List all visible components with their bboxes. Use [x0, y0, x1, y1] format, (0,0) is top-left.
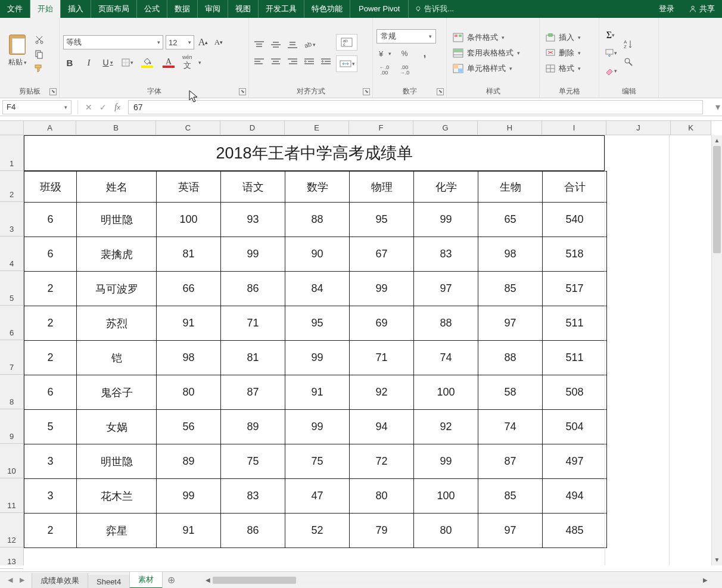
- cell[interactable]: 75: [285, 444, 350, 479]
- align-top-button[interactable]: [253, 39, 266, 51]
- number-format-combo[interactable]: 常规▾: [376, 29, 436, 43]
- cell[interactable]: 65: [478, 203, 543, 237]
- row-header-3[interactable]: 3: [0, 202, 23, 237]
- ribbon-tab-页面布局[interactable]: 页面布局: [91, 0, 137, 18]
- insert-cells-button[interactable]: 插入▾: [543, 31, 583, 44]
- table-header[interactable]: 语文: [221, 172, 285, 203]
- clear-button[interactable]: ▾: [603, 64, 618, 78]
- scroll-right-button[interactable]: ▶: [701, 577, 710, 583]
- row-header-12[interactable]: 12: [0, 513, 23, 547]
- horizontal-scrollbar[interactable]: ◀ ▶: [203, 575, 710, 585]
- comma-button[interactable]: ,: [417, 47, 432, 60]
- cell[interactable]: 6: [24, 203, 77, 237]
- cell[interactable]: 2: [24, 341, 77, 375]
- ribbon-tab-开发工具[interactable]: 开发工具: [259, 0, 304, 18]
- phonetic-button[interactable]: wén文: [182, 54, 192, 71]
- cell[interactable]: 494: [543, 479, 607, 514]
- row-header-4[interactable]: 4: [0, 237, 23, 271]
- dialog-launcher[interactable]: ⬊: [239, 88, 246, 95]
- cell[interactable]: 52: [285, 514, 350, 548]
- cancel-edit-button[interactable]: ✕: [82, 100, 96, 114]
- cell[interactable]: 74: [478, 410, 543, 444]
- cell[interactable]: 83: [414, 237, 478, 272]
- cell[interactable]: 90: [285, 237, 350, 272]
- cell[interactable]: 94: [350, 410, 414, 444]
- merge-button[interactable]: ▾: [336, 55, 357, 72]
- format-cells-button[interactable]: 格式▾: [543, 62, 583, 75]
- col-header-I[interactable]: I: [542, 121, 606, 135]
- cell[interactable]: 511: [543, 341, 607, 375]
- cell[interactable]: 504: [543, 410, 607, 444]
- cell[interactable]: 86: [221, 272, 285, 306]
- bold-button[interactable]: B: [63, 56, 76, 69]
- insert-function-button[interactable]: fx: [110, 100, 125, 114]
- accounting-button[interactable]: ¥▾: [376, 47, 392, 60]
- ribbon-tab-文件[interactable]: 文件: [0, 0, 30, 18]
- cell[interactable]: 99: [285, 410, 350, 444]
- font-name-combo[interactable]: 等线▾: [63, 35, 163, 49]
- login-button[interactable]: 登录: [652, 0, 681, 18]
- sheet-tab-Sheet4[interactable]: Sheet4: [88, 575, 130, 589]
- cell[interactable]: 95: [350, 203, 414, 237]
- cell[interactable]: 91: [285, 375, 350, 410]
- align-bottom-button[interactable]: [286, 39, 299, 51]
- scroll-left-button[interactable]: ◀: [203, 577, 213, 583]
- table-header[interactable]: 数学: [285, 172, 350, 203]
- grow-font-button[interactable]: A▴: [197, 36, 210, 49]
- cell[interactable]: 79: [350, 514, 414, 548]
- ribbon-tab-特色功能[interactable]: 特色功能: [304, 0, 350, 18]
- cut-button[interactable]: [33, 35, 45, 45]
- dialog-launcher[interactable]: ⬊: [437, 88, 444, 95]
- select-all-corner[interactable]: [0, 121, 24, 135]
- cell[interactable]: 74: [414, 341, 478, 375]
- table-header[interactable]: 物理: [350, 172, 414, 203]
- align-middle-button[interactable]: [269, 39, 282, 51]
- row-header-2[interactable]: 2: [0, 171, 23, 202]
- cell[interactable]: 75: [221, 444, 285, 479]
- col-header-K[interactable]: K: [671, 121, 711, 135]
- col-header-A[interactable]: A: [24, 121, 76, 135]
- cell[interactable]: 508: [543, 375, 607, 410]
- cell[interactable]: 71: [350, 341, 414, 375]
- cell[interactable]: 56: [157, 410, 221, 444]
- cell[interactable]: 铠: [77, 341, 157, 375]
- paste-button[interactable]: 粘贴▾: [4, 32, 31, 74]
- cell[interactable]: 91: [157, 514, 221, 548]
- cell[interactable]: 87: [478, 444, 543, 479]
- find-select-button[interactable]: [621, 55, 636, 69]
- shrink-font-button[interactable]: A▾: [212, 36, 225, 49]
- cell[interactable]: 89: [221, 410, 285, 444]
- cell[interactable]: 鬼谷子: [77, 375, 157, 410]
- row-header-11[interactable]: 11: [0, 478, 23, 513]
- cell[interactable]: 88: [478, 341, 543, 375]
- cell[interactable]: 裴擒虎: [77, 237, 157, 272]
- cell[interactable]: 93: [221, 203, 285, 237]
- sort-filter-button[interactable]: AZ: [621, 37, 636, 51]
- cell[interactable]: 3: [24, 444, 77, 479]
- cell[interactable]: 苏烈: [77, 306, 157, 341]
- scroll-down-button[interactable]: ▼: [712, 555, 722, 565]
- cell[interactable]: 97: [478, 306, 543, 341]
- dialog-launcher[interactable]: ⬊: [363, 88, 370, 95]
- cell[interactable]: 97: [414, 272, 478, 306]
- ribbon-tab-数据[interactable]: 数据: [167, 0, 198, 18]
- cell[interactable]: 女娲: [77, 410, 157, 444]
- col-header-G[interactable]: G: [413, 121, 478, 135]
- cell[interactable]: 明世隐: [77, 203, 157, 237]
- copy-button[interactable]: [33, 49, 45, 60]
- ribbon-tab-开始[interactable]: 开始: [30, 0, 61, 18]
- wrap-text-button[interactable]: abc: [336, 34, 357, 51]
- cell[interactable]: 72: [350, 444, 414, 479]
- cell[interactable]: 92: [350, 375, 414, 410]
- row-header-9[interactable]: 9: [0, 409, 23, 444]
- fill-button[interactable]: ▾: [603, 46, 618, 60]
- cell[interactable]: 99: [414, 203, 478, 237]
- cell[interactable]: 3: [24, 479, 77, 514]
- percent-button[interactable]: %: [397, 47, 412, 60]
- formula-input[interactable]: 67: [128, 100, 703, 114]
- expand-formula-bar[interactable]: ▾: [714, 101, 722, 113]
- table-header[interactable]: 班级: [24, 172, 77, 203]
- cell[interactable]: 518: [543, 237, 607, 272]
- add-sheet-button[interactable]: ⊕: [163, 572, 179, 589]
- table-header[interactable]: 英语: [157, 172, 221, 203]
